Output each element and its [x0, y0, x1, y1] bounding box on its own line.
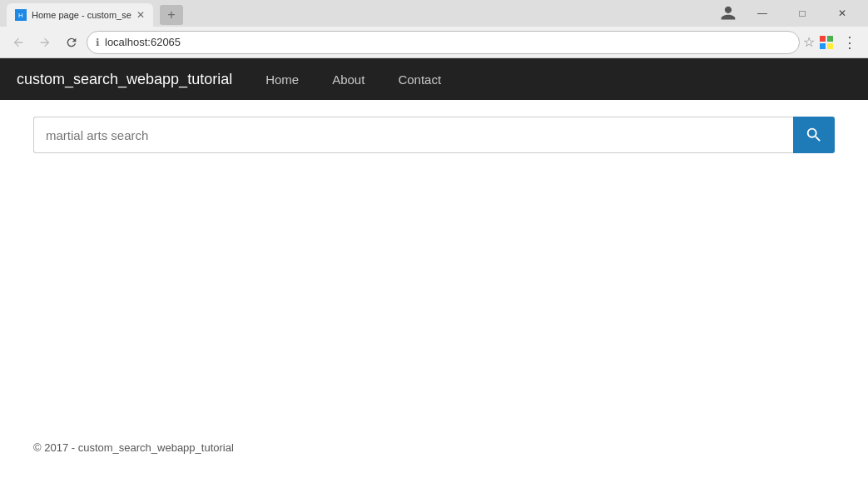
- toolbar-right: ☆ ⋮: [803, 31, 861, 54]
- win-cell-yellow: [827, 43, 833, 49]
- title-bar-left: H Home page - custom_se ✕ +: [7, 0, 183, 27]
- navbar-brand[interactable]: custom_search_webapp_tutorial: [17, 71, 232, 88]
- win-cell-red: [820, 36, 826, 42]
- forward-button[interactable]: [33, 31, 57, 54]
- footer: © 2017 - custom_search_webapp_tutorial: [0, 433, 868, 462]
- address-bar-container[interactable]: ℹ: [87, 31, 800, 54]
- search-input[interactable]: [33, 117, 793, 153]
- search-icon: [805, 126, 823, 144]
- maximize-button[interactable]: □: [783, 0, 821, 27]
- title-bar: H Home page - custom_se ✕ + — □ ✕: [0, 0, 868, 27]
- navbar: custom_search_webapp_tutorial Home About…: [0, 58, 868, 100]
- minimize-button[interactable]: —: [743, 0, 781, 27]
- win-cell-green: [827, 36, 833, 42]
- windows-grid-icon: [820, 36, 833, 49]
- browser-toolbar: ℹ ☆ ⋮: [0, 27, 868, 58]
- back-button[interactable]: [7, 31, 30, 54]
- navbar-link-home[interactable]: Home: [257, 68, 307, 91]
- refresh-button[interactable]: [60, 31, 83, 54]
- browser-tab[interactable]: H Home page - custom_se ✕: [7, 3, 153, 27]
- win-cell-blue: [820, 43, 826, 49]
- search-form: [33, 117, 835, 153]
- browser-chrome: H Home page - custom_se ✕ + — □ ✕ ℹ: [0, 0, 868, 58]
- navbar-link-about[interactable]: About: [324, 68, 373, 91]
- windows-apps-button[interactable]: [816, 32, 836, 52]
- main-content: [0, 100, 868, 433]
- browser-menu-button[interactable]: ⋮: [838, 31, 861, 54]
- address-input[interactable]: [105, 36, 791, 48]
- profile-button[interactable]: [715, 0, 742, 27]
- search-button[interactable]: [793, 117, 835, 153]
- bookmark-button[interactable]: ☆: [803, 34, 815, 50]
- title-bar-controls: — □ ✕: [715, 0, 861, 27]
- address-bar-icon: ℹ: [96, 37, 100, 48]
- navbar-link-contact[interactable]: Contact: [389, 68, 449, 91]
- footer-text: © 2017 - custom_search_webapp_tutorial: [33, 441, 234, 454]
- tab-close-button[interactable]: ✕: [136, 10, 145, 20]
- app-window: custom_search_webapp_tutorial Home About…: [0, 58, 868, 493]
- new-tab-button[interactable]: +: [160, 5, 183, 25]
- tab-title: Home page - custom_se: [32, 10, 131, 20]
- close-button[interactable]: ✕: [823, 0, 861, 27]
- tab-favicon: H: [15, 9, 27, 21]
